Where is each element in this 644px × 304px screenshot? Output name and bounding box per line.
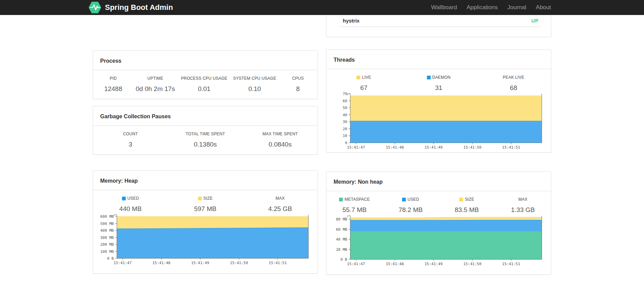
svg-text:15:41:48: 15:41:48 xyxy=(152,261,170,265)
metric-nonheap-size-value: 83.5 MB xyxy=(439,206,495,214)
svg-text:20: 20 xyxy=(343,127,347,131)
navbar-links: Wallboard Applications Journal About xyxy=(426,0,556,15)
metric-cpus-label: CPUS xyxy=(278,76,318,81)
svg-text:0 B: 0 B xyxy=(107,256,114,261)
metric-threads-daemon: DAEMON 31 xyxy=(401,75,476,92)
nonheap-metrics-row: METASPACE 55.7 MB USED 78.2 MB SIZE xyxy=(326,191,551,214)
metric-cpus: CPUS 8 xyxy=(278,76,318,93)
svg-text:0 B: 0 B xyxy=(340,257,347,262)
metric-threads-live-label: LIVE xyxy=(326,75,401,80)
svg-text:60: 60 xyxy=(343,99,347,103)
application-name: hystrix xyxy=(343,18,359,24)
brand[interactable]: Spring Boot Admin xyxy=(88,1,173,14)
svg-text:100 MB: 100 MB xyxy=(100,249,114,254)
metric-nonheap-max-value: 1.33 GB xyxy=(495,206,551,214)
metric-nonheap-max-label: MAX xyxy=(495,197,551,202)
heap-metrics-row: USED 440 MB SIZE 597 MB MAX 4.25 GB xyxy=(93,190,318,213)
nav-item-about[interactable]: About xyxy=(531,0,556,15)
svg-text:15:41:49: 15:41:49 xyxy=(425,262,443,266)
metric-gc-max-time: MAX TIME SPENT 0.0840s xyxy=(243,132,318,148)
application-status-badge: UP xyxy=(532,18,538,24)
metric-gc-max-time-label: MAX TIME SPENT xyxy=(243,132,318,136)
svg-text:20 MB: 20 MB xyxy=(336,247,347,252)
metric-system-cpu-value: 0.10 xyxy=(231,85,278,93)
nav-item-wallboard[interactable]: Wallboard xyxy=(426,0,462,15)
metric-nonheap-used-label: USED xyxy=(383,197,439,202)
metric-threads-live-value: 67 xyxy=(326,84,401,92)
svg-text:15:41:51: 15:41:51 xyxy=(502,145,520,150)
threads-daemon-legend-swatch xyxy=(427,76,431,79)
metric-heap-size-value: 597 MB xyxy=(168,205,243,213)
metric-gc-count: COUNT 3 xyxy=(93,132,168,148)
metric-nonheap-used: USED 78.2 MB xyxy=(383,197,439,214)
svg-text:15:41:49: 15:41:49 xyxy=(425,145,443,150)
threads-chart-container: 01020304050607015:41:4715:41:4815:41:491… xyxy=(326,92,551,152)
metric-heap-used-value: 440 MB xyxy=(93,205,168,213)
svg-text:15:41:50: 15:41:50 xyxy=(463,262,481,266)
metric-gc-total-time: TOTAL TIME SPENT 0.1380s xyxy=(168,132,243,148)
main-content: Process PID 12488 UPTIME 0d 0h 2m 17s PR… xyxy=(93,15,551,275)
metric-gc-count-label: COUNT xyxy=(93,132,168,136)
nonheap-chart-container: 0 B20 MB40 MB60 MB80 MB15:41:4715:41:481… xyxy=(326,214,551,274)
threads-area-chart: 01020304050607015:41:4715:41:4815:41:491… xyxy=(326,92,551,152)
nav-item-journal[interactable]: Journal xyxy=(503,0,531,15)
brand-title: Spring Boot Admin xyxy=(105,3,173,12)
svg-text:60 MB: 60 MB xyxy=(336,227,347,232)
right-column: hystrix UP Threads LIVE 67 xyxy=(326,15,551,275)
svg-text:40: 40 xyxy=(343,113,347,117)
svg-text:15:41:47: 15:41:47 xyxy=(347,145,365,150)
svg-text:400 MB: 400 MB xyxy=(100,228,114,233)
metric-process-cpu-value: 0.01 xyxy=(177,85,231,93)
svg-text:600 MB: 600 MB xyxy=(100,214,114,219)
metric-nonheap-used-value: 78.2 MB xyxy=(383,206,439,214)
svg-text:15:41:51: 15:41:51 xyxy=(269,261,287,265)
metric-uptime-value: 0d 0h 2m 17s xyxy=(134,85,178,93)
svg-text:30: 30 xyxy=(343,120,347,124)
application-row-hystrix[interactable]: hystrix UP xyxy=(339,15,542,27)
gc-metrics-row: COUNT 3 TOTAL TIME SPENT 0.1380s MAX TIM… xyxy=(93,126,318,154)
nonheap-used-legend-swatch xyxy=(402,198,406,201)
svg-text:80 MB: 80 MB xyxy=(336,217,347,222)
metric-heap-max: MAX 4.25 GB xyxy=(243,196,318,213)
metric-system-cpu: SYSTEM CPU USAGE 0.10 xyxy=(231,76,278,93)
applications-panel: hystrix UP xyxy=(326,15,551,37)
metric-uptime: UPTIME 0d 0h 2m 17s xyxy=(134,76,178,93)
metric-heap-size-label: SIZE xyxy=(168,196,243,201)
metric-heap-size: SIZE 597 MB xyxy=(168,196,243,213)
metric-threads-peak: PEAK LIVE 68 xyxy=(476,75,551,92)
svg-text:15:41:50: 15:41:50 xyxy=(463,145,481,150)
svg-text:10: 10 xyxy=(343,134,347,138)
process-panel-title: Process xyxy=(100,58,121,64)
svg-text:300 MB: 300 MB xyxy=(100,235,114,240)
metric-threads-live: LIVE 67 xyxy=(326,75,401,92)
gc-panel: Garbage Collection Pauses COUNT 3 TOTAL … xyxy=(93,106,318,155)
svg-text:50: 50 xyxy=(343,106,347,110)
top-navbar: Spring Boot Admin Wallboard Applications… xyxy=(0,0,644,15)
metric-heap-max-label: MAX xyxy=(243,196,318,201)
metric-nonheap-max: MAX 1.33 GB xyxy=(495,197,551,214)
memory-nonheap-panel-title: Memory: Non heap xyxy=(334,179,383,185)
nav-item-applications[interactable]: Applications xyxy=(462,0,503,15)
gc-panel-heading: Garbage Collection Pauses xyxy=(93,106,318,126)
process-panel: Process PID 12488 UPTIME 0d 0h 2m 17s PR… xyxy=(93,50,318,99)
memory-heap-panel-heading: Memory: Heap xyxy=(93,171,318,190)
process-panel-heading: Process xyxy=(93,51,318,70)
metric-pid-value: 12488 xyxy=(93,85,134,93)
threads-panel: Threads LIVE 67 DAEMON 31 xyxy=(326,49,551,153)
svg-text:15:41:49: 15:41:49 xyxy=(191,261,209,265)
svg-text:0: 0 xyxy=(345,141,347,145)
metric-nonheap-metaspace-value: 55.7 MB xyxy=(326,206,383,214)
left-column: Process PID 12488 UPTIME 0d 0h 2m 17s PR… xyxy=(93,15,318,275)
metric-heap-used-label: USED xyxy=(93,196,168,201)
nonheap-area-chart: 0 B20 MB40 MB60 MB80 MB15:41:4715:41:481… xyxy=(326,214,551,268)
nonheap-size-legend-swatch xyxy=(459,198,463,201)
metric-gc-total-time-label: TOTAL TIME SPENT xyxy=(168,132,243,136)
threads-live-legend-swatch xyxy=(356,76,360,79)
heap-area-chart: 0 B100 MB200 MB300 MB400 MB500 MB600 MB1… xyxy=(93,213,318,267)
memory-nonheap-panel-heading: Memory: Non heap xyxy=(326,172,551,191)
metric-heap-max-value: 4.25 GB xyxy=(243,205,318,213)
metric-process-cpu-label: PROCESS CPU USAGE xyxy=(177,76,231,81)
threads-panel-title: Threads xyxy=(334,57,355,63)
svg-text:500 MB: 500 MB xyxy=(100,222,114,226)
metric-nonheap-metaspace: METASPACE 55.7 MB xyxy=(326,197,383,214)
